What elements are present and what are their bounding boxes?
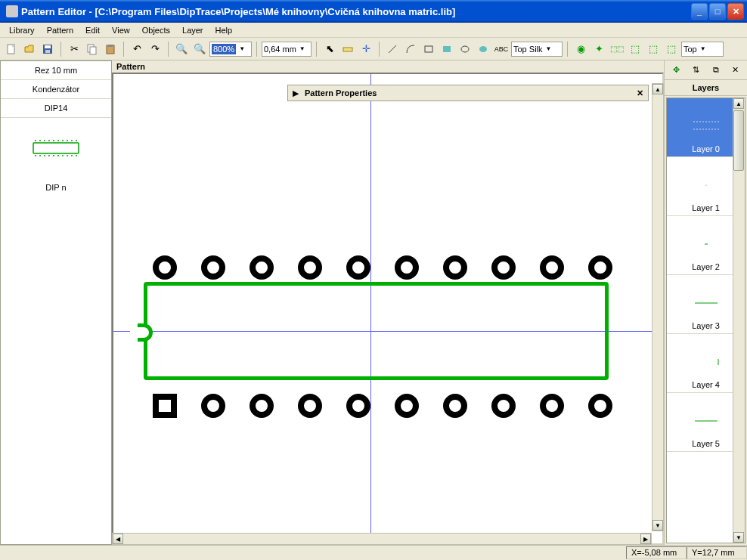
text-button[interactable]: ABC <box>493 41 510 57</box>
pad2-button[interactable]: ✦ <box>590 41 607 57</box>
pad[interactable] <box>491 255 516 280</box>
svg-point-20 <box>57 140 59 141</box>
pad[interactable] <box>298 394 322 418</box>
svg-point-19 <box>53 140 54 141</box>
undo-button[interactable]: ↶ <box>129 41 145 57</box>
array3-button[interactable]: ⬚ <box>645 41 662 57</box>
menu-library[interactable]: Library <box>3 24 41 36</box>
svg-point-46 <box>699 128 700 129</box>
menu-pattern[interactable]: Pattern <box>41 24 79 36</box>
svg-point-33 <box>71 155 73 156</box>
svg-point-29 <box>53 155 54 156</box>
ellipse-button[interactable] <box>457 41 473 57</box>
pattern-item-dipn[interactable]: DIP n <box>1 178 111 196</box>
paste-button[interactable] <box>102 41 119 57</box>
layers-panel: ✥ ⇅ ⧉ ✕ Layers Layer 0 Layer 1 Layer 2 L… <box>664 60 747 545</box>
side-combo[interactable]: Top▼ <box>681 42 724 57</box>
svg-point-24 <box>76 140 77 141</box>
array4-button[interactable]: ⬚ <box>663 41 680 57</box>
crop-icon[interactable]: ⧉ <box>713 65 719 75</box>
cut-button[interactable]: ✂ <box>66 41 82 57</box>
menu-help[interactable]: Help <box>209 24 239 36</box>
expand-icon[interactable]: ▶ <box>293 88 299 98</box>
pad[interactable] <box>298 255 322 280</box>
canvas[interactable]: ▶ Pattern Properties ✕ <box>112 73 664 545</box>
array-button[interactable]: ⬚⬚ <box>609 41 625 57</box>
pad[interactable] <box>395 394 419 418</box>
pad-button[interactable]: ◉ <box>572 41 589 57</box>
menu-edit[interactable]: Edit <box>79 24 106 36</box>
filled-rect-button[interactable] <box>439 41 455 57</box>
svg-point-52 <box>718 128 718 129</box>
horizontal-scrollbar[interactable]: ◀ ▶ <box>112 533 652 545</box>
pad[interactable] <box>443 394 467 418</box>
updown-icon[interactable]: ⇅ <box>693 65 699 75</box>
close-button[interactable]: ✕ <box>727 3 744 20</box>
save-button[interactable] <box>39 41 56 57</box>
origin-button[interactable]: ✛ <box>358 41 374 57</box>
move-icon[interactable]: ✥ <box>673 65 680 75</box>
pattern-item-rez[interactable]: Rez 10 mm <box>1 61 111 80</box>
new-button[interactable] <box>3 41 20 57</box>
properties-close-button[interactable]: ✕ <box>637 88 643 98</box>
arc-button[interactable] <box>402 41 419 57</box>
pad[interactable] <box>540 394 564 418</box>
pad-1[interactable] <box>153 394 177 418</box>
scroll-up-button[interactable]: ▲ <box>733 98 744 109</box>
line-button[interactable] <box>384 41 401 57</box>
pad[interactable] <box>491 394 516 418</box>
measure-button[interactable] <box>339 41 356 57</box>
zoom-combo[interactable]: 800%▼ <box>209 42 252 57</box>
pad[interactable] <box>346 255 370 280</box>
layers-scrollbar[interactable]: ▲ ▼ <box>733 98 745 543</box>
scroll-left-button[interactable]: ◀ <box>113 534 123 544</box>
rect-button[interactable] <box>420 41 437 57</box>
layer-type-combo[interactable]: Top Silk▼ <box>511 42 563 57</box>
pad[interactable] <box>201 255 225 280</box>
minimize-button[interactable]: _ <box>691 3 708 20</box>
copy-button[interactable] <box>84 41 101 57</box>
pad[interactable] <box>588 394 612 418</box>
menu-layer[interactable]: Layer <box>176 24 209 36</box>
svg-rect-10 <box>425 46 432 52</box>
pad[interactable] <box>588 255 612 280</box>
array2-button[interactable]: ⬚ <box>627 41 643 57</box>
pad[interactable] <box>346 394 370 418</box>
pad[interactable] <box>395 255 419 280</box>
vertical-scrollbar[interactable]: ▲ ▼ <box>652 83 664 531</box>
pad[interactable] <box>540 255 564 280</box>
scroll-down-button[interactable]: ▼ <box>733 532 744 543</box>
svg-point-27 <box>44 155 45 156</box>
dip-notch <box>135 323 153 342</box>
svg-point-17 <box>44 140 45 141</box>
svg-rect-11 <box>443 46 451 52</box>
pattern-item-kondenzator[interactable]: Kondenzátor <box>1 80 111 99</box>
filled-ellipse-button[interactable] <box>475 41 491 57</box>
menu-view[interactable]: View <box>106 24 136 36</box>
pad[interactable] <box>250 255 274 280</box>
layers-header: Layers <box>665 80 747 96</box>
pattern-item-dip14[interactable]: DIP14 <box>1 99 111 118</box>
zoom-out-button[interactable]: 🔍 <box>173 41 190 57</box>
scroll-down-button[interactable]: ▼ <box>652 520 663 531</box>
zoom-in-button[interactable]: 🔍 <box>191 41 208 57</box>
pattern-properties-bar[interactable]: ▶ Pattern Properties ✕ <box>287 85 649 101</box>
svg-point-40 <box>708 121 709 122</box>
delete-icon[interactable]: ✕ <box>732 65 739 75</box>
open-button[interactable] <box>21 41 38 57</box>
scroll-right-button[interactable]: ▶ <box>640 534 651 544</box>
pad[interactable] <box>153 255 177 280</box>
pointer-button[interactable]: ⬉ <box>321 41 338 57</box>
scroll-thumb[interactable] <box>733 110 744 171</box>
maximize-button[interactable]: □ <box>709 3 726 20</box>
pad[interactable] <box>201 394 225 418</box>
scroll-up-button[interactable]: ▲ <box>652 84 663 94</box>
menubar: Library Pattern Edit View Objects Layer … <box>0 23 747 38</box>
redo-button[interactable]: ↷ <box>147 41 163 57</box>
menu-objects[interactable]: Objects <box>136 24 176 36</box>
svg-point-32 <box>67 155 68 156</box>
svg-point-38 <box>702 121 703 122</box>
pad[interactable] <box>250 394 274 418</box>
pad[interactable] <box>443 255 467 280</box>
grid-combo[interactable]: 0,64 mm▼ <box>262 42 312 57</box>
